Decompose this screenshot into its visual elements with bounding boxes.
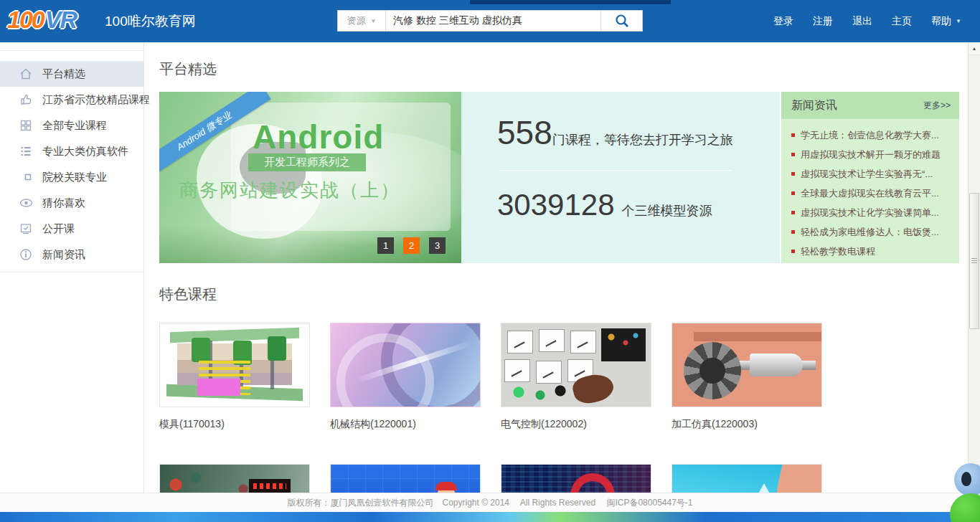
bullet-icon [791, 172, 795, 176]
news-item[interactable]: 全球最大虚拟现实在线教育云平... [791, 184, 953, 203]
vertical-scrollbar[interactable]: ▲ [968, 42, 980, 522]
news-item[interactable]: 轻松成为家电维修达人：电饭煲... [791, 222, 953, 242]
top-dark-strip [470, 0, 671, 4]
home-icon [19, 67, 33, 80]
news-item[interactable]: 轻松教学数电课程 [791, 242, 953, 261]
nav-logout-label: 退出 [852, 15, 872, 28]
news-item-text: 轻松成为家电维修达人：电饭煲... [801, 226, 939, 239]
art-layer [331, 465, 480, 493]
news-item[interactable]: 用虚拟现实技术解开一颗牙的难题 [791, 145, 953, 164]
eye-icon [19, 198, 33, 208]
nav-home-label: 主页 [892, 15, 912, 28]
nav-register-label: 注册 [813, 15, 833, 28]
course-label[interactable]: 模具(1170013) [159, 418, 310, 431]
stat-courses: 558 门课程，等待您去打开学习之旅 [497, 113, 780, 152]
sidebar-item-label: 院校关联专业 [42, 171, 107, 184]
course-label[interactable]: 加工仿真(1220003) [672, 418, 822, 431]
sidebar-menu: 平台精选 江苏省示范校精品课程 全部专业课程 专业大类仿真软件 院校关联专业 猜… [0, 50, 143, 272]
copyright-text: 版权所有：厦门凤凰创壹软件有限公司 Copyright © 2014 All R… [287, 498, 692, 508]
site-title: 100唯尔教育网 [105, 0, 196, 42]
sidebar-item-college-majors[interactable]: 院校关联专业 [0, 164, 143, 190]
course-card-electrical: 电气控制(1220002) [501, 323, 651, 431]
open-course-icon [19, 222, 33, 235]
header: 100VR 100唯尔教育网 资源 ▼ 登录 注册 退出 主页 帮助▼ [0, 0, 980, 42]
course-card-mold: 模具(1170013) [159, 323, 310, 431]
search-button[interactable] [600, 11, 642, 31]
grid-icon [19, 119, 33, 132]
art-layer [435, 482, 457, 490]
course-card [501, 464, 651, 493]
search-bar: 资源 ▼ [337, 10, 643, 32]
course-label[interactable]: 电气控制(1220002) [501, 418, 651, 431]
course-image-buttons-panel[interactable] [159, 464, 310, 493]
scroll-up-icon: ▲ [972, 46, 977, 51]
course-card [330, 464, 481, 493]
search-category-dropdown[interactable]: 资源 ▼ [338, 11, 386, 31]
scroll-up-button[interactable]: ▲ [969, 42, 980, 55]
course-image-auto-repair[interactable] [330, 464, 481, 493]
art-layer [197, 379, 240, 396]
sidebar-item-news[interactable]: 新闻资讯 [0, 242, 143, 267]
news-item-text: 全球最大虚拟现实在线教育云平... [801, 187, 939, 200]
info-icon [19, 248, 33, 261]
course-cards-row1: 模具(1170013) 机械结构(1220001) 电气控制(1 [159, 323, 968, 431]
sidebar-item-label: 新闻资讯 [42, 248, 85, 262]
stat-models-number: 3039128 [497, 188, 615, 222]
news-item[interactable]: 虚拟现实技术让学生实验再无“... [791, 164, 953, 184]
nav-logout[interactable]: 退出 [852, 15, 872, 28]
news-panel: 新闻资讯 更多>> 学无止境：创壹信息化教学大赛... 用虚拟现实技术解开一颗牙… [781, 92, 959, 263]
course-label[interactable]: 机械结构(1220001) [330, 418, 481, 431]
carousel-banner[interactable]: Android 微专业 Android 开发工程师系列之 商务网站建设实战（上）… [159, 92, 461, 263]
course-image-security[interactable] [501, 464, 651, 493]
art-layer [570, 331, 596, 353]
site-logo[interactable]: 100VR [7, 6, 76, 34]
news-list: 学无止境：创壹信息化教学大赛... 用虚拟现实技术解开一颗牙的难题 虚拟现实技术… [781, 119, 959, 261]
news-item-text: 用虚拟现实技术解开一颗牙的难题 [801, 148, 941, 161]
logo-vr: VR [45, 6, 76, 33]
course-image-mold[interactable] [159, 323, 310, 407]
scrollbar-thumb[interactable] [969, 193, 979, 329]
news-item[interactable]: 学无止境：创壹信息化教学大赛... [791, 125, 953, 145]
carousel-page-1[interactable]: 1 [377, 237, 394, 254]
news-item[interactable]: 虚拟现实技术让化学实验课简单... [791, 203, 953, 222]
list-icon [19, 145, 33, 158]
course-image-electrical[interactable] [501, 323, 651, 407]
news-item-text: 学无止境：创壹信息化教学大赛... [801, 129, 939, 142]
course-image-finance[interactable] [672, 464, 822, 493]
section-title-platform-featured: 平台精选 [159, 60, 968, 79]
search-icon [615, 14, 629, 28]
carousel-pager: 1 2 3 [377, 237, 446, 254]
art-layer [748, 483, 780, 493]
sidebar-item-simulation-software[interactable]: 专业大类仿真软件 [0, 138, 143, 164]
main-content: 平台精选 Android 微专业 Android 开发工程师系列之 商务网站建设… [145, 42, 968, 493]
nav-help[interactable]: 帮助▼ [931, 15, 961, 28]
chevron-down-icon: ▼ [371, 18, 377, 24]
sidebar-item-label: 全部专业课程 [42, 119, 107, 133]
carousel-page-3[interactable]: 3 [429, 237, 446, 254]
nav-register[interactable]: 注册 [813, 15, 833, 28]
sidebar-item-label: 公开课 [42, 222, 75, 236]
course-card [672, 464, 822, 493]
search-input[interactable] [386, 11, 600, 31]
sidebar-item-guess-you-like[interactable]: 猜你喜欢 [0, 190, 143, 216]
carousel-page-2-active[interactable]: 2 [403, 237, 420, 254]
course-image-mechanical[interactable] [330, 323, 481, 407]
course-image-machining[interactable] [672, 323, 822, 407]
news-header: 新闻资讯 更多>> [781, 92, 959, 119]
stat-courses-label: 门课程，等待您去打开学习之旅 [552, 131, 733, 148]
taskbar-strip [0, 512, 980, 522]
art-layer [249, 479, 291, 493]
news-more-link[interactable]: 更多>> [923, 100, 951, 112]
sidebar-item-platform-featured[interactable]: 平台精选 [0, 61, 143, 87]
bullet-icon [791, 133, 795, 137]
nav-home[interactable]: 主页 [892, 15, 912, 28]
sidebar-item-label: 江苏省示范校精品课程 [42, 93, 150, 107]
sidebar-item-jiangsu-courses[interactable]: 江苏省示范校精品课程 [0, 87, 143, 113]
news-title: 新闻资讯 [791, 98, 837, 113]
news-item-text: 轻松教学数电课程 [801, 245, 875, 258]
sidebar-item-open-course[interactable]: 公开课 [0, 216, 143, 242]
carousel-subtitle: 开发工程师系列之 [248, 153, 366, 171]
sidebar-item-all-courses[interactable]: 全部专业课程 [0, 113, 143, 138]
nav-login[interactable]: 登录 [773, 15, 793, 28]
top-nav: 登录 注册 退出 主页 帮助▼ [773, 0, 961, 42]
